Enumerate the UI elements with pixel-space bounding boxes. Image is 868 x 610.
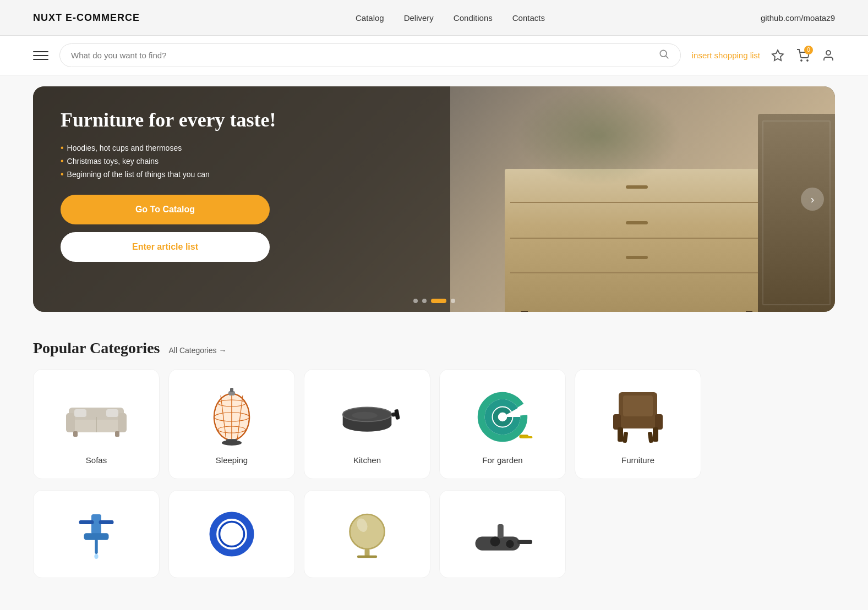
cart-button[interactable]: 0 xyxy=(796,49,810,62)
hose-image xyxy=(467,384,538,450)
site-logo: NUXT E-COMMERCE xyxy=(33,12,140,24)
pan-icon xyxy=(334,387,400,447)
svg-marker-2 xyxy=(772,50,783,61)
svg-point-56 xyxy=(350,514,385,549)
category-card-mirror[interactable] xyxy=(304,490,430,578)
category-label-sleeping: Sleeping xyxy=(216,455,248,465)
user-button[interactable] xyxy=(822,49,835,62)
svg-point-36 xyxy=(495,410,510,424)
popular-categories-section: Popular Categories All Categories → xyxy=(0,323,868,490)
search-wrapper xyxy=(59,43,681,67)
dot-4[interactable] xyxy=(451,299,455,303)
hero-bullet-2: Christmas toys, key chains xyxy=(61,156,314,166)
svg-rect-42 xyxy=(613,414,621,430)
hamburger-menu-button[interactable] xyxy=(33,51,48,60)
github-link: github.com/moataz9 xyxy=(761,13,835,23)
svg-rect-44 xyxy=(618,427,623,442)
dot-1[interactable] xyxy=(413,299,418,303)
categories-grid: Sofas xyxy=(33,369,835,479)
svg-rect-45 xyxy=(653,427,658,442)
lamp-icon xyxy=(199,387,265,447)
slider-next-button[interactable]: › xyxy=(801,188,824,211)
sofa-image xyxy=(61,384,132,450)
svg-rect-52 xyxy=(99,520,114,524)
category-card-kitchen[interactable]: Kitchen xyxy=(304,369,430,479)
svg-rect-49 xyxy=(84,533,109,540)
svg-rect-9 xyxy=(118,413,127,432)
go-to-catalog-button[interactable]: Go To Catalog xyxy=(61,195,270,224)
svg-rect-24 xyxy=(230,388,233,392)
search-icon[interactable] xyxy=(658,48,669,62)
dot-3[interactable] xyxy=(431,299,446,303)
category-card-hoop[interactable] xyxy=(168,490,295,578)
hero-bullet-3: Beginning of the list of things that you… xyxy=(61,169,314,179)
svg-rect-47 xyxy=(648,431,654,443)
category-card-garden[interactable]: For garden xyxy=(439,369,566,479)
svg-rect-38 xyxy=(521,436,532,438)
cart-badge: 0 xyxy=(804,46,813,54)
svg-rect-32 xyxy=(394,409,400,419)
wishlist-button[interactable] xyxy=(771,49,784,62)
nav-catalog[interactable]: Catalog xyxy=(356,13,384,23)
hose-icon xyxy=(470,387,536,447)
sofa-icon xyxy=(63,387,129,447)
svg-point-22 xyxy=(215,395,248,439)
category-card-sleeping[interactable]: Sleeping xyxy=(168,369,295,479)
insert-shopping-list-link[interactable]: insert shopping list xyxy=(692,51,760,60)
category-card-sofas[interactable]: Sofas xyxy=(33,369,160,479)
svg-rect-14 xyxy=(106,409,118,417)
svg-point-0 xyxy=(660,50,667,57)
svg-rect-40 xyxy=(623,395,653,416)
categories-row2 xyxy=(0,490,868,589)
dot-2[interactable] xyxy=(422,299,427,303)
svg-point-63 xyxy=(490,537,500,547)
lamp-image xyxy=(196,384,268,450)
svg-point-5 xyxy=(826,51,831,55)
category-card-faucet[interactable] xyxy=(33,490,160,578)
slider-dots xyxy=(413,299,455,303)
categories-header: Popular Categories All Categories → xyxy=(33,339,835,357)
svg-point-4 xyxy=(807,60,808,61)
hoop-icon xyxy=(201,509,262,559)
hero-bullet-1: Hoodies, hot cups and thermoses xyxy=(61,143,314,153)
chair-image xyxy=(602,384,674,450)
categories-title: Popular Categories xyxy=(33,339,160,357)
svg-point-33 xyxy=(352,411,377,419)
svg-rect-62 xyxy=(498,524,504,538)
svg-point-53 xyxy=(94,554,98,559)
category-label-kitchen: Kitchen xyxy=(353,455,381,465)
svg-rect-41 xyxy=(616,419,660,428)
search-input[interactable] xyxy=(71,51,658,60)
search-bar-row: insert shopping list 0 xyxy=(0,36,868,75)
nav-contacts[interactable]: Contacts xyxy=(512,13,545,23)
header-icon-group: 0 xyxy=(771,49,835,62)
hero-bullets: Hoodies, hot cups and thermoses Christma… xyxy=(61,143,314,179)
svg-point-35 xyxy=(488,403,517,431)
all-categories-link[interactable]: All Categories → xyxy=(168,346,226,355)
plant-bg xyxy=(516,86,681,185)
svg-line-1 xyxy=(666,56,669,59)
hero-title: Furniture for every taste! xyxy=(61,108,314,132)
category-label-sofas: Sofas xyxy=(86,455,107,465)
category-card-vacuum[interactable] xyxy=(439,490,566,578)
mirror-icon xyxy=(337,509,397,559)
pan-image xyxy=(331,384,403,450)
svg-rect-12 xyxy=(115,431,119,437)
svg-point-3 xyxy=(801,60,802,61)
svg-point-64 xyxy=(506,540,514,548)
category-card-furniture[interactable]: Furniture xyxy=(575,369,701,479)
dresser-body xyxy=(505,169,769,312)
top-bar: NUXT E-COMMERCE Catalog Delivery Conditi… xyxy=(0,0,868,36)
svg-rect-13 xyxy=(74,409,86,417)
enter-article-list-button[interactable]: Enter article list xyxy=(61,232,270,262)
svg-rect-11 xyxy=(73,431,78,437)
nav-delivery[interactable]: Delivery xyxy=(404,13,434,23)
top-nav: Catalog Delivery Conditions Contacts xyxy=(356,13,545,23)
svg-rect-51 xyxy=(79,520,94,524)
nav-conditions[interactable]: Conditions xyxy=(454,13,493,23)
svg-rect-50 xyxy=(95,539,97,554)
svg-rect-48 xyxy=(91,514,101,534)
category-label-furniture: Furniture xyxy=(621,455,654,465)
chair-icon xyxy=(605,387,671,447)
svg-rect-46 xyxy=(623,431,629,443)
